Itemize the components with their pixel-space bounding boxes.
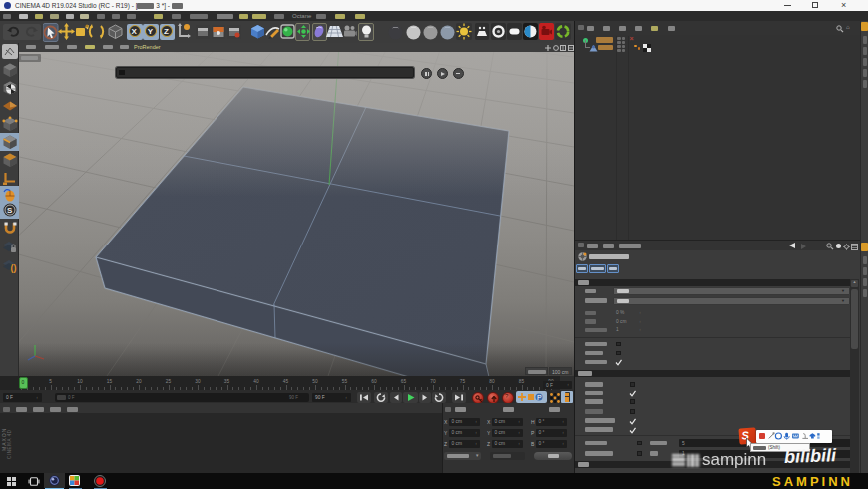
svg-text:(): () bbox=[11, 263, 17, 273]
svg-text:S: S bbox=[7, 206, 13, 215]
svg-text:P: P bbox=[537, 394, 542, 401]
